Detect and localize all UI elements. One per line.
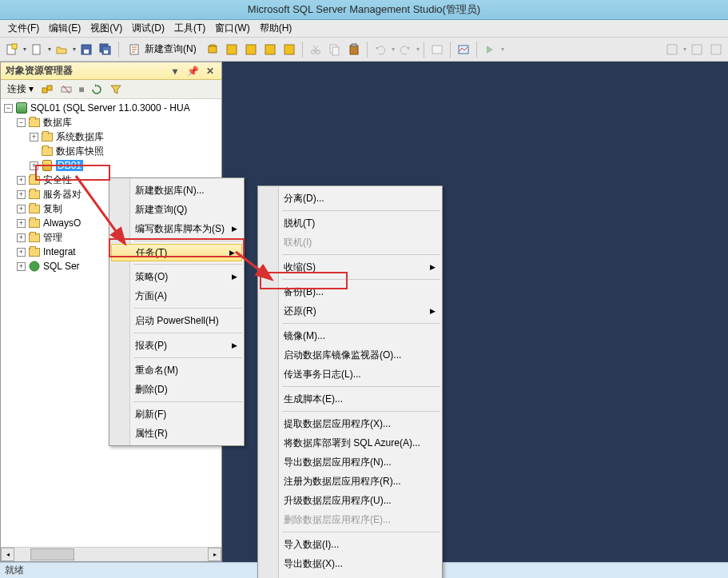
toolbar-undo-icon[interactable] (372, 41, 389, 58)
menu-debug[interactable]: 调试(D) (127, 22, 169, 35)
ctx-export-dta[interactable]: 导出数据层应用程序(N)... (258, 452, 442, 472)
tree-server-node[interactable]: −SQL01 (SQL Server 11.0.3000 - HUA (1, 101, 221, 115)
ctx-rename[interactable]: 重命名(M) (109, 361, 244, 380)
ctx-deploy-azure[interactable]: 将数据库部署到 SQL Azure(A)... (258, 433, 442, 452)
ctx-restore[interactable]: 还原(R)▶ (258, 301, 442, 321)
ctx-mirror-monitor[interactable]: 启动数据库镜像监视器(O)... (258, 345, 442, 365)
filter-icon[interactable] (107, 81, 125, 98)
svg-rect-11 (227, 45, 237, 54)
ctx-copy-db[interactable]: 复制数据库(C)... (258, 573, 442, 578)
ctx-import-data[interactable]: 导入数据(I)... (258, 535, 442, 554)
svg-rect-7 (104, 50, 108, 54)
toolbar-new-query-label: 新建查询(N) (145, 42, 197, 56)
ctx-reports[interactable]: 报表(P)▶ (109, 336, 244, 355)
svg-rect-24 (692, 45, 702, 54)
ctx-upgrade-dta[interactable]: 升级数据层应用程序(U)... (258, 491, 442, 510)
toolbar-start-debug-icon[interactable] (481, 41, 499, 58)
menu-edit[interactable]: 编辑(E) (44, 22, 86, 35)
svg-rect-18 (332, 47, 339, 55)
ctx-mirror[interactable]: 镜像(M)... (258, 326, 442, 345)
svg-rect-21 (432, 46, 442, 54)
disconnect-icon[interactable] (58, 81, 75, 98)
ctx-offline[interactable]: 脱机(T) (258, 213, 442, 233)
ctx-shrink[interactable]: 收缩(S)▶ (258, 257, 442, 277)
toolbar-activity-monitor-icon[interactable] (455, 41, 472, 58)
svg-rect-14 (284, 45, 294, 54)
ctx-ship-logs[interactable]: 传送事务日志(L)... (258, 365, 442, 384)
ctx-facets[interactable]: 方面(A) (109, 286, 244, 305)
toolbar-redo-icon[interactable] (396, 41, 414, 58)
status-text: 就绪 (5, 564, 24, 577)
ctx-online: 联机(I) (258, 233, 442, 252)
ctx-policies[interactable]: 策略(O)▶ (109, 267, 244, 286)
tree-db01-node[interactable]: +DB01 (1, 158, 221, 173)
svg-rect-1 (12, 44, 17, 49)
svg-point-29 (30, 261, 39, 271)
ctx-delete-dta: 删除数据层应用程序(E)... (258, 510, 442, 529)
toolbar-save-icon[interactable] (78, 41, 95, 58)
ctx-script-db-as[interactable]: 编写数据库脚本为(S)▶ (109, 219, 244, 238)
tree-databases-node[interactable]: −数据库 (1, 115, 221, 130)
app-title: Microsoft SQL Server Management Studio(管… (248, 2, 480, 17)
tree-sysdb-node[interactable]: +系统数据库 (1, 130, 221, 144)
object-explorer-toolbar: 连接 ▾ ■ (1, 80, 221, 99)
toolbar-db-engine-query-icon[interactable] (204, 41, 221, 58)
panel-close-icon[interactable]: ✕ (204, 65, 217, 78)
toolbar-new-query-button[interactable]: 新建查询(N) (123, 41, 202, 58)
panel-pin-icon[interactable]: 📌 (186, 65, 199, 78)
ctx-export-data[interactable]: 导出数据(X)... (258, 554, 442, 573)
menu-tools[interactable]: 工具(T) (169, 22, 210, 35)
ctx-new-database[interactable]: 新建数据库(N)... (109, 181, 244, 200)
connect-dropdown[interactable]: 连接 ▾ (4, 82, 37, 96)
ctx-gen-scripts[interactable]: 生成脚本(E)... (258, 389, 442, 409)
svg-rect-12 (246, 45, 256, 54)
svg-rect-10 (209, 46, 217, 53)
refresh-icon[interactable] (88, 81, 105, 98)
connect-icon[interactable] (38, 81, 56, 98)
svg-rect-23 (667, 45, 677, 54)
scroll-left-icon[interactable]: ◂ (1, 548, 14, 561)
menu-bar: 文件(F) 编辑(E) 视图(V) 调试(D) 工具(T) 窗口(W) 帮助(H… (0, 20, 728, 38)
object-explorer-header: 对象资源管理器 ▾ 📌 ✕ (1, 62, 221, 80)
svg-rect-13 (265, 45, 275, 54)
panel-hscroll[interactable]: ◂ ▸ (1, 547, 221, 561)
toolbar-copy-icon[interactable] (326, 41, 344, 58)
svg-rect-19 (350, 46, 358, 54)
toolbar-right-3-icon[interactable] (707, 41, 725, 58)
toolbar-open-icon[interactable] (53, 41, 70, 58)
panel-dropdown-icon[interactable]: ▾ (169, 65, 181, 78)
scroll-right-icon[interactable]: ▸ (208, 548, 221, 561)
menu-window[interactable]: 窗口(W) (210, 22, 254, 35)
ctx-powershell[interactable]: 启动 PowerShell(H) (109, 311, 244, 330)
ctx-tasks[interactable]: 任务(T)▶ (111, 244, 242, 261)
toolbar-cut-icon[interactable] (307, 41, 324, 58)
menu-file[interactable]: 文件(F) (3, 22, 44, 35)
ctx-backup[interactable]: 备份(B)... (258, 282, 442, 301)
toolbar-save-all-icon[interactable] (97, 41, 114, 58)
ctx-register-dta[interactable]: 注册为数据层应用程序(R)... (258, 472, 442, 491)
toolbar-right-2-icon[interactable] (688, 41, 706, 58)
ctx-properties[interactable]: 属性(R) (109, 424, 244, 443)
toolbar-analysis-query-icon[interactable] (223, 41, 241, 58)
tree-snapshots-node[interactable]: 数据库快照 (1, 144, 221, 158)
ctx-refresh[interactable]: 刷新(F) (109, 405, 244, 424)
ctx-extract-dta[interactable]: 提取数据层应用程序(X)... (258, 414, 442, 433)
title-bar: Microsoft SQL Server Management Studio(管… (0, 0, 728, 20)
toolbar-dmx-query-icon[interactable] (261, 41, 279, 58)
menu-help[interactable]: 帮助(H) (255, 22, 297, 35)
ctx-delete[interactable]: 删除(D) (109, 380, 244, 399)
menu-view[interactable]: 视图(V) (86, 22, 127, 35)
svg-rect-27 (47, 86, 52, 90)
svg-rect-26 (42, 88, 47, 93)
toolbar-new-project-icon[interactable] (3, 41, 21, 58)
toolbar-find-icon[interactable] (428, 41, 446, 58)
ctx-detach[interactable]: 分离(D)... (258, 189, 442, 208)
context-menu-tasks: 分离(D)... 脱机(T) 联机(I) 收缩(S)▶ 备份(B)... 还原(… (257, 185, 443, 578)
toolbar-right-1-icon[interactable] (663, 41, 681, 58)
toolbar-paste-icon[interactable] (345, 41, 363, 58)
toolbar-mdx-query-icon[interactable] (242, 41, 260, 58)
toolbar-xmla-query-icon[interactable] (280, 41, 298, 58)
object-explorer-title: 对象资源管理器 (6, 64, 73, 78)
ctx-new-query[interactable]: 新建查询(Q) (109, 200, 244, 219)
toolbar-new-file-icon[interactable] (28, 41, 46, 58)
